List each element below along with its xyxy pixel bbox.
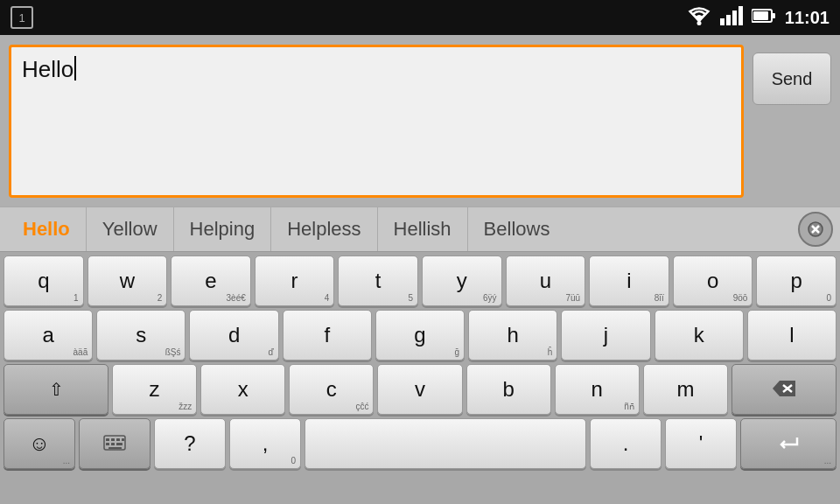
suggestion-helpless[interactable]: Helpless (271, 207, 377, 251)
key-question[interactable]: ? (154, 418, 226, 469)
status-time: 11:01 (785, 8, 830, 28)
suggestion-hello[interactable]: Hello (7, 207, 87, 251)
key-u[interactable]: u7üū (506, 256, 586, 306)
suggestion-close-button[interactable] (798, 212, 833, 247)
key-row-3: ⇧ zžzz x cçĉć v b nñn̄ m (4, 364, 836, 415)
key-n[interactable]: nñn̄ (555, 364, 640, 415)
key-z[interactable]: zžzz (112, 364, 197, 415)
text-input-box[interactable]: Hello (9, 45, 744, 198)
key-e[interactable]: e3èé€ (171, 256, 251, 306)
key-row-4: ☺... ? ,0 . ' ... (4, 418, 836, 469)
key-q[interactable]: q1 (4, 256, 84, 306)
status-bar: 1 (0, 0, 840, 35)
svg-rect-22 (108, 447, 122, 449)
key-k[interactable]: k (654, 310, 744, 360)
svg-rect-3 (732, 10, 737, 25)
key-p[interactable]: p0 (756, 256, 836, 306)
key-v[interactable]: v (377, 364, 462, 415)
svg-rect-17 (116, 438, 120, 441)
svg-rect-19 (106, 443, 109, 445)
input-row: Hello Send (0, 35, 840, 206)
svg-rect-1 (720, 18, 724, 25)
key-g[interactable]: gğ (375, 310, 465, 360)
keyboard: q1 w2 e3èé€ r4 t5 y6ÿý u7üū i8īï o9öō p0… (0, 252, 840, 504)
suggestion-yellow[interactable]: Yellow (87, 207, 174, 251)
svg-marker-11 (773, 381, 795, 396)
key-row-1: q1 w2 e3èé€ r4 t5 y6ÿý u7üū i8īï o9öō p0 (4, 256, 836, 306)
suggestions-row: Hello Yellow Helping Helpless Hellish Be… (0, 206, 840, 252)
space-key[interactable] (304, 418, 586, 469)
notification-icon: 1 (10, 6, 33, 29)
svg-point-0 (696, 21, 701, 25)
svg-rect-4 (738, 6, 743, 25)
key-apostrophe[interactable]: ' (665, 418, 737, 469)
key-m[interactable]: m (643, 364, 728, 415)
status-left: 1 (10, 6, 33, 29)
svg-rect-7 (772, 13, 775, 18)
key-r[interactable]: r4 (255, 256, 335, 306)
svg-rect-18 (122, 438, 124, 441)
key-h[interactable]: hĥ (468, 310, 557, 360)
svg-rect-16 (111, 438, 115, 441)
shift-key[interactable]: ⇧ (4, 364, 108, 415)
battery-icon (752, 8, 776, 27)
svg-rect-15 (106, 438, 109, 441)
key-w[interactable]: w2 (88, 256, 168, 306)
key-t[interactable]: t5 (338, 256, 418, 306)
key-l[interactable]: l (747, 310, 836, 360)
emoji-key[interactable]: ☺... (4, 418, 75, 469)
suggestion-bellows[interactable]: Bellows (468, 207, 566, 251)
key-a[interactable]: aàäã (4, 310, 93, 360)
svg-rect-21 (116, 443, 122, 445)
wifi-icon (687, 6, 711, 29)
key-y[interactable]: y6ÿý (422, 256, 502, 306)
text-cursor (74, 56, 76, 80)
key-j[interactable]: j (561, 310, 650, 360)
key-o[interactable]: o9öō (673, 256, 753, 306)
key-comma[interactable]: ,0 (229, 418, 301, 469)
key-i[interactable]: i8īï (589, 256, 669, 306)
delete-key[interactable] (732, 364, 836, 415)
keyboard-switch-key[interactable] (79, 418, 150, 469)
signal-icon (720, 6, 743, 29)
send-button[interactable]: Send (752, 52, 831, 105)
key-x[interactable]: x (200, 364, 285, 415)
status-right: 11:01 (687, 6, 830, 29)
key-c[interactable]: cçĉć (289, 364, 374, 415)
enter-key[interactable]: ... (740, 418, 836, 469)
svg-rect-2 (726, 15, 731, 25)
key-row-2: aàäã sßŞś dď f gğ hĥ j k l (4, 310, 836, 360)
key-period[interactable]: . (590, 418, 662, 469)
key-d[interactable]: dď (189, 310, 278, 360)
key-f[interactable]: f (283, 310, 372, 360)
key-b[interactable]: b (466, 364, 551, 415)
key-s[interactable]: sßŞś (96, 310, 186, 360)
svg-rect-6 (753, 11, 768, 20)
suggestion-helping[interactable]: Helping (174, 207, 272, 251)
svg-rect-20 (111, 443, 115, 445)
input-text: Hello (22, 56, 74, 83)
suggestion-hellish[interactable]: Hellish (378, 207, 468, 251)
